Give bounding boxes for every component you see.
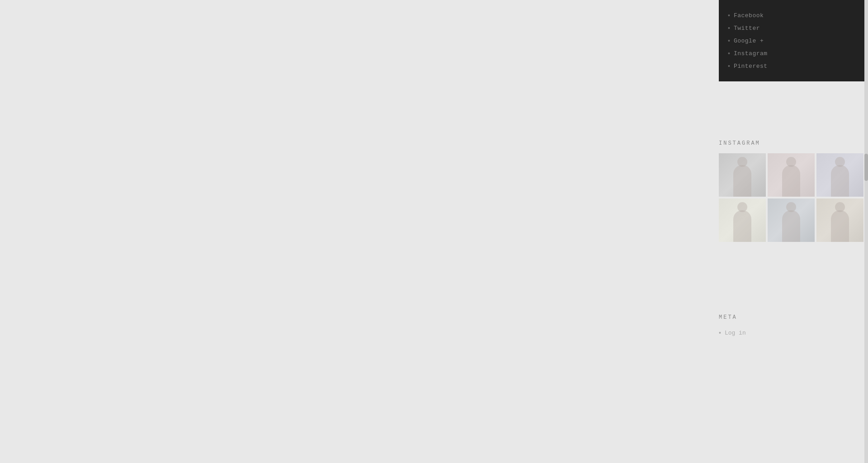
instagram-thumb-5[interactable] [768,198,815,242]
instagram-thumb-4[interactable] [719,198,766,242]
instagram-section: INSTAGRAM [719,131,868,242]
figure-6 [831,210,849,242]
instagram-thumb-2[interactable] [768,153,815,197]
social-widget: Facebook Twitter Google + Instagram Pint… [719,0,868,81]
main-content [0,0,719,463]
scrollbar-thumb[interactable] [864,154,868,181]
instagram-thumb-3[interactable] [816,153,863,197]
figure-4 [733,210,751,242]
instagram-row-2 [719,198,868,242]
figure-5 [782,210,800,242]
instagram-thumb-6[interactable] [816,198,863,242]
instagram-thumb-1[interactable] [719,153,766,197]
instagram-link[interactable]: Instagram [734,50,768,57]
social-item-instagram[interactable]: Instagram [728,47,859,60]
instagram-row-1 [719,153,868,197]
twitter-link[interactable]: Twitter [734,25,760,32]
figure-3 [831,165,849,197]
instagram-title: INSTAGRAM [719,140,868,146]
social-item-pinterest[interactable]: Pinterest [728,60,859,72]
social-list: Facebook Twitter Google + Instagram Pint… [728,9,859,72]
meta-item-login[interactable]: Log in [719,327,868,338]
meta-list: Log in [719,327,868,338]
login-link[interactable]: Log in [725,330,746,336]
figure-1 [733,165,751,197]
scrollbar-track [864,0,868,463]
social-item-googleplus[interactable]: Google + [728,34,859,47]
meta-title: META [719,314,868,321]
figure-2 [782,165,800,197]
pinterest-link[interactable]: Pinterest [734,63,768,70]
googleplus-link[interactable]: Google + [734,38,764,44]
social-item-twitter[interactable]: Twitter [728,22,859,34]
page-layout: Facebook Twitter Google + Instagram Pint… [0,0,868,463]
facebook-link[interactable]: Facebook [734,12,764,19]
meta-section: META Log in [719,305,868,338]
instagram-grid [719,153,868,242]
social-item-facebook[interactable]: Facebook [728,9,859,22]
sidebar: Facebook Twitter Google + Instagram Pint… [719,0,868,463]
